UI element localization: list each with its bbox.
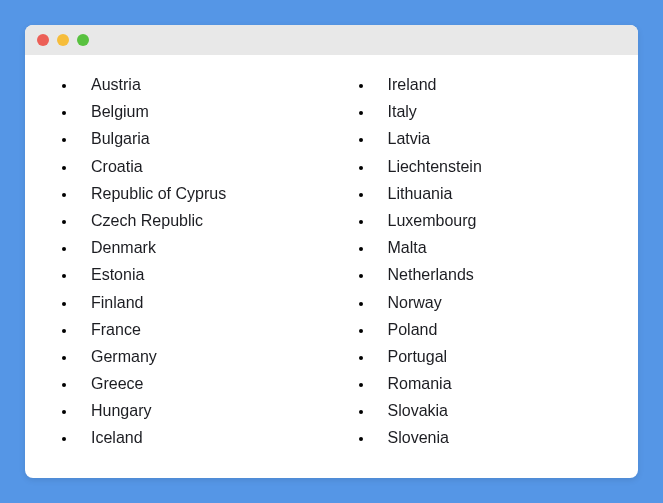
country-columns: AustriaBelgiumBulgariaCroatiaRepublic of… [55,71,608,462]
list-item: France [77,316,312,343]
app-window: AustriaBelgiumBulgariaCroatiaRepublic of… [25,25,638,478]
list-item: Norway [374,289,609,316]
list-item: Austria [77,71,312,98]
list-item: Iceland [77,424,312,451]
list-item: Luxembourg [374,207,609,234]
minimize-icon[interactable] [57,34,69,46]
list-item: Hungary [77,397,312,424]
list-item: Germany [77,343,312,370]
list-item: Ireland [374,71,609,98]
list-item: Latvia [374,125,609,152]
list-item: Belgium [77,98,312,125]
list-item: Republic of Cyprus [77,180,312,207]
list-item: Bulgaria [77,125,312,152]
close-icon[interactable] [37,34,49,46]
window-content: AustriaBelgiumBulgariaCroatiaRepublic of… [25,55,638,478]
list-item: Netherlands [374,261,609,288]
list-item: Slovenia [374,424,609,451]
list-item: Czech Republic [77,207,312,234]
country-list: AustriaBelgiumBulgariaCroatiaRepublic of… [55,71,638,462]
list-item: Italy [374,98,609,125]
list-item: Croatia [77,153,312,180]
list-item: Malta [374,234,609,261]
list-item: Portugal [374,343,609,370]
list-item: Finland [77,289,312,316]
list-item: Liechtenstein [374,153,609,180]
list-item: Poland [374,316,609,343]
window-titlebar [25,25,638,55]
list-item: Denmark [77,234,312,261]
zoom-icon[interactable] [77,34,89,46]
list-item: Lithuania [374,180,609,207]
list-item: Slovakia [374,397,609,424]
list-item: Greece [77,370,312,397]
list-item: Estonia [77,261,312,288]
list-item: Romania [374,370,609,397]
